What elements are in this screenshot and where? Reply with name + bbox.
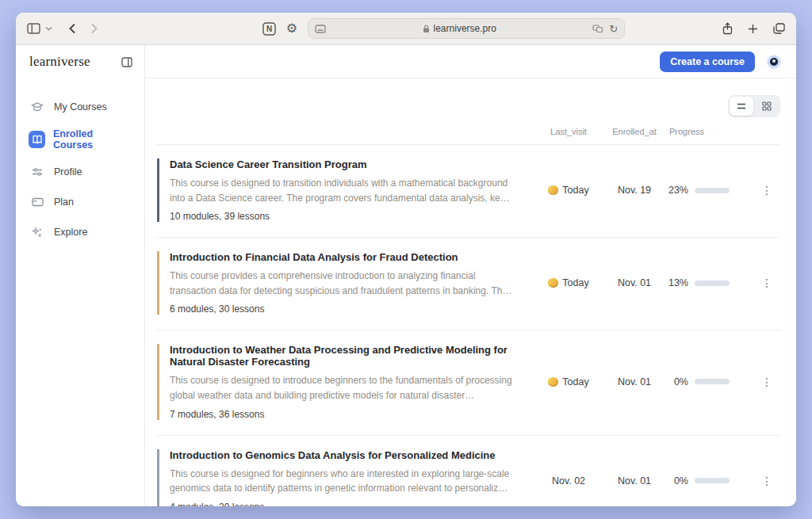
book-icon <box>29 131 45 148</box>
enrolled-at-cell: Nov. 01 <box>604 376 665 387</box>
course-title[interactable]: Introduction to Genomics Data Analysis f… <box>170 449 512 461</box>
course-description: This course is designed to transition in… <box>170 176 512 205</box>
course-modules-lessons: 6 modules, 30 lessons <box>170 303 512 315</box>
course-modules-lessons: 7 modules, 36 lessons <box>170 409 512 420</box>
course-modules-lessons: 10 modules, 39 lessons <box>170 211 512 222</box>
sidebar-item-label: Profile <box>54 166 82 177</box>
sidebar-item-label: Enrolled Courses <box>53 128 132 151</box>
column-header-progress[interactable]: Progress <box>665 127 753 136</box>
plan-icon <box>29 193 46 211</box>
kebab-menu-icon[interactable]: ⋮ <box>753 475 780 487</box>
address-bar[interactable]: learniverse.pro ↻ <box>308 18 625 39</box>
wave-emoji-icon <box>547 376 560 388</box>
share-icon[interactable] <box>722 22 733 35</box>
progress-bar <box>695 379 730 384</box>
courses-icon <box>29 98 46 116</box>
sidebar-toggle-icon[interactable] <box>27 23 40 34</box>
translate-icon[interactable] <box>592 25 603 33</box>
desktop-background: N ⚙ learniverse.pro ↻ <box>0 0 812 519</box>
lock-icon <box>423 25 430 33</box>
progress-label: 13% <box>666 277 688 288</box>
course-description: This course is designed to introduce beg… <box>170 373 512 403</box>
course-description: This course provides a comprehensive int… <box>170 269 512 298</box>
course-description: This course is designed for beginners wh… <box>170 467 512 496</box>
progress-label: 23% <box>666 185 688 196</box>
kebab-menu-icon[interactable]: ⋮ <box>753 376 780 388</box>
last-visit-cell: Today <box>533 376 604 387</box>
progress-label: 0% <box>666 376 688 387</box>
back-button-icon[interactable] <box>68 23 76 34</box>
progress-label: 0% <box>666 475 688 487</box>
course-row[interactable]: Introduction to Weather Data Processing … <box>156 330 780 435</box>
gear-icon[interactable]: ⚙ <box>286 22 297 35</box>
progress-bar <box>695 280 730 286</box>
progress-cell: 0% <box>665 376 753 387</box>
course-row[interactable]: Data Science Career Transition Program T… <box>156 145 780 238</box>
course-title[interactable]: Introduction to Weather Data Processing … <box>170 344 512 368</box>
tab-overview-icon[interactable] <box>773 23 785 34</box>
kebab-menu-icon[interactable]: ⋮ <box>753 184 780 197</box>
course-modules-lessons: 4 modules, 20 lessons <box>170 502 512 506</box>
notion-extension-icon[interactable]: N <box>262 22 276 36</box>
svg-text:N: N <box>266 25 272 33</box>
create-course-button[interactable]: Create a course <box>660 52 755 72</box>
forward-button-icon[interactable] <box>90 23 98 34</box>
app-logo: learniverse <box>29 54 90 70</box>
app-sidebar: learniverse My Courses Enrolled Courses <box>16 45 145 506</box>
last-visit-cell: Today <box>533 185 604 196</box>
enrolled-at-cell: Nov. 01 <box>604 277 665 288</box>
progress-cell: 13% <box>665 277 753 288</box>
course-row[interactable]: Introduction to Genomics Data Analysis f… <box>156 436 780 506</box>
sidebar-item-label: My Courses <box>54 101 107 113</box>
table-header-row: Last_visit Enrolled_at Progress <box>156 127 780 145</box>
avatar[interactable] <box>768 55 780 68</box>
page-format-icon[interactable] <box>315 25 326 33</box>
progress-cell: 23% <box>665 185 753 196</box>
reload-icon[interactable]: ↻ <box>609 24 618 34</box>
sidebar-item-plan[interactable]: Plan <box>24 191 136 213</box>
sidebar-item-label: Plan <box>54 197 74 208</box>
wave-emoji-icon <box>547 185 560 197</box>
browser-window: N ⚙ learniverse.pro ↻ <box>16 13 796 506</box>
chevron-down-icon[interactable] <box>45 26 52 31</box>
sidebar-nav: My Courses Enrolled Courses Profile <box>16 78 144 261</box>
column-header-last-visit[interactable]: Last_visit <box>533 127 604 136</box>
last-visit-cell: Nov. 02 <box>533 475 604 487</box>
kebab-menu-icon[interactable]: ⋮ <box>753 277 780 289</box>
browser-toolbar: N ⚙ learniverse.pro ↻ <box>16 13 796 45</box>
view-toggle <box>728 95 780 117</box>
course-row[interactable]: Introduction to Financial Data Analysis … <box>156 238 780 330</box>
sparkles-icon <box>29 223 46 241</box>
progress-bar <box>695 188 730 193</box>
url-text: learniverse.pro <box>434 23 496 34</box>
column-header-enrolled-at[interactable]: Enrolled_at <box>604 127 665 136</box>
sidebar-item-enrolled-courses[interactable]: Enrolled Courses <box>24 126 136 153</box>
enrolled-at-cell: Nov. 01 <box>604 475 665 487</box>
course-title[interactable]: Introduction to Financial Data Analysis … <box>170 251 512 263</box>
course-list-area: Last_visit Enrolled_at Progress Data Sci… <box>145 78 796 506</box>
new-tab-icon[interactable] <box>748 24 758 34</box>
sidebar-collapse-icon[interactable] <box>121 57 132 67</box>
grid-view-button[interactable] <box>755 97 779 116</box>
course-title[interactable]: Data Science Career Transition Program <box>170 158 512 170</box>
enrolled-at-cell: Nov. 19 <box>604 185 665 196</box>
wave-emoji-icon <box>547 277 560 289</box>
progress-cell: 0% <box>665 475 753 487</box>
list-view-button[interactable] <box>730 97 753 116</box>
sliders-icon <box>29 163 46 181</box>
sidebar-item-label: Explore <box>54 227 87 238</box>
last-visit-cell: Today <box>533 277 604 288</box>
sidebar-item-my-courses[interactable]: My Courses <box>24 96 136 118</box>
sidebar-item-profile[interactable]: Profile <box>24 161 136 183</box>
sidebar-item-explore[interactable]: Explore <box>24 221 136 243</box>
page-header: Create a course <box>145 45 796 78</box>
progress-bar <box>695 478 730 483</box>
